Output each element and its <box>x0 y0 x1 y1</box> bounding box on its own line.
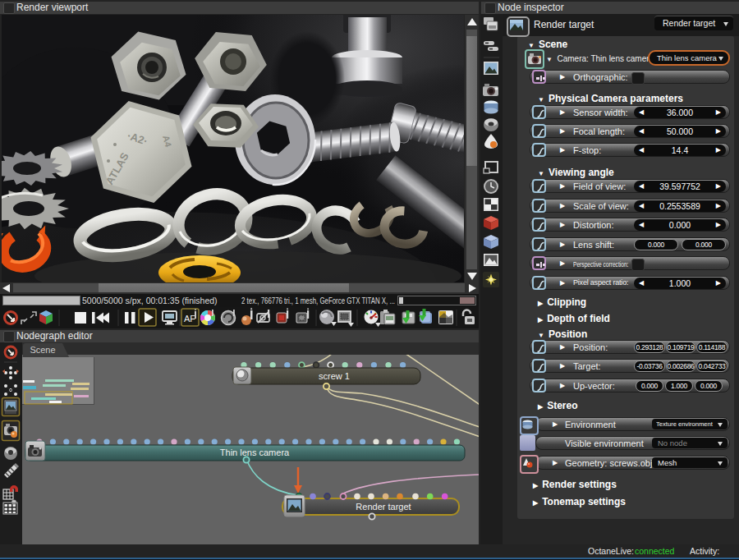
svg-text:Render target: Render target <box>356 502 411 512</box>
svg-text:screw 1: screw 1 <box>319 371 350 381</box>
svg-text:Thin lens camera: Thin lens camera <box>220 448 290 457</box>
svg-text:AF: AF <box>184 314 195 324</box>
